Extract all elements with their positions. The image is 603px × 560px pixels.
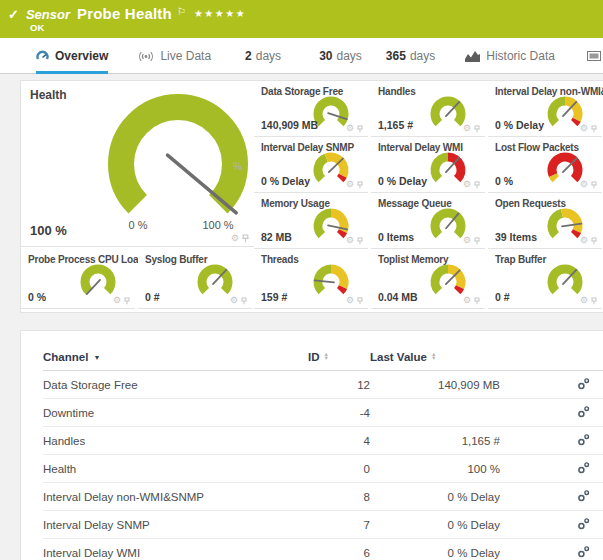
- gear-icon[interactable]: ⚙: [346, 236, 354, 245]
- column-header-last-value[interactable]: Last Value▲▼: [370, 345, 500, 371]
- gear-icon[interactable]: ⚙: [463, 180, 471, 189]
- gauge-value: 39 Items: [495, 231, 537, 243]
- gauge-value: 0 %: [495, 175, 513, 187]
- pin-icon[interactable]: [474, 237, 480, 245]
- table-row-interval-delay-non-wmi-snmp: Interval Delay non-WMI&SNMP80 % Delay: [43, 483, 603, 511]
- tab-live-data[interactable]: Live Data: [138, 38, 211, 74]
- tab-overview[interactable]: Overview: [36, 38, 108, 74]
- gauge-panel-interval-delay-wmi: Interval Delay WMI0 % Delay⚙: [371, 137, 485, 193]
- gauge-value: 100 %: [30, 223, 67, 238]
- gear-icon[interactable]: ⚙: [580, 124, 588, 133]
- column-label: ID: [308, 351, 320, 363]
- gear-icon[interactable]: ⚙: [230, 296, 238, 305]
- wrench-icon[interactable]: [577, 517, 590, 532]
- channel-name-cell[interactable]: Data Storage Free: [43, 371, 308, 399]
- wrench-icon[interactable]: [577, 545, 590, 560]
- gear-icon[interactable]: ⚙: [580, 296, 588, 305]
- gear-icon[interactable]: ⚙: [346, 180, 354, 189]
- table-row-health: Health0100 %: [43, 455, 603, 483]
- gear-icon[interactable]: ⚙: [113, 296, 121, 305]
- gear-icon[interactable]: ⚙: [231, 234, 239, 243]
- gauge-panel-syslog-buffer: Syslog Buffer0 #⚙: [138, 249, 252, 309]
- gear-icon[interactable]: ⚙: [346, 124, 354, 133]
- pin-icon[interactable]: [242, 234, 249, 243]
- pin-icon[interactable]: [474, 125, 480, 133]
- status-badge: OK: [30, 22, 44, 33]
- health-gauge-chart: [78, 92, 278, 244]
- gauge-panel-toplist-memory: Toplist Memory0.04 MB⚙: [371, 249, 485, 309]
- panel-icon-group: ⚙: [346, 180, 363, 189]
- column-label: Last Value: [370, 351, 427, 363]
- gear-icon[interactable]: ⚙: [580, 180, 588, 189]
- column-header-actions: [500, 345, 603, 371]
- tab-historic-data[interactable]: Historic Data: [465, 38, 555, 74]
- gauge-panel-message-queue: Message Queue0 Items⚙: [371, 193, 485, 249]
- panel-icon-group: ⚙: [463, 296, 480, 305]
- pin-icon[interactable]: [357, 237, 363, 245]
- channel-name-cell[interactable]: Downtime: [43, 399, 308, 427]
- pin-icon[interactable]: [474, 297, 480, 305]
- channel-id-cell: 0: [308, 455, 370, 483]
- wrench-icon[interactable]: [577, 461, 590, 476]
- gauge-value: 0 #: [145, 291, 160, 303]
- channel-settings-cell: [500, 511, 603, 539]
- column-header-id[interactable]: ID▲▼: [308, 345, 370, 371]
- table-row-downtime: Downtime-4: [43, 399, 603, 427]
- gauge-value: 82 MB: [261, 231, 292, 243]
- pin-icon[interactable]: [124, 297, 130, 305]
- pin-icon[interactable]: [591, 237, 597, 245]
- channel-name-cell[interactable]: Interval Delay non-WMI&SNMP: [43, 483, 308, 511]
- channel-name-cell[interactable]: Health: [43, 455, 308, 483]
- channel-name-cell[interactable]: Interval Delay SNMP: [43, 511, 308, 539]
- channel-last-value-cell: 140,909 MB: [370, 371, 500, 399]
- tab-30-days[interactable]: 30days: [319, 38, 362, 74]
- channel-last-value-cell: [370, 399, 500, 427]
- channel-id-cell: 7: [308, 511, 370, 539]
- panel-icon-group: ⚙: [346, 296, 363, 305]
- pin-icon[interactable]: [474, 181, 480, 189]
- priority-stars[interactable]: ★★★★★: [194, 8, 246, 19]
- gear-icon[interactable]: ⚙: [463, 296, 471, 305]
- pin-icon[interactable]: [357, 181, 363, 189]
- wrench-icon[interactable]: [577, 405, 590, 420]
- pin-icon[interactable]: [591, 181, 597, 189]
- gauge-panel-probe-process-cpu-load: Probe Process CPU Load0 %⚙: [21, 249, 135, 309]
- tab-log[interactable]: Log: [587, 38, 603, 74]
- gauge-panel-health: Health 0 % 100 % % 100 % ⚙: [21, 81, 254, 247]
- column-header-channel[interactable]: Channel▼: [43, 345, 308, 371]
- panel-icon-group: ⚙: [463, 124, 480, 133]
- gear-icon[interactable]: ⚙: [463, 236, 471, 245]
- gauge-value: 1,165 #: [378, 119, 413, 131]
- tab-365-days[interactable]: 365days: [386, 38, 435, 74]
- pin-icon[interactable]: [357, 297, 363, 305]
- panel-icon-group: ⚙: [113, 296, 130, 305]
- pin-icon[interactable]: [241, 297, 247, 305]
- channel-settings-cell: [500, 483, 603, 511]
- gear-icon[interactable]: ⚙: [580, 236, 588, 245]
- channel-settings-cell: [500, 371, 603, 399]
- gauge-panel-open-requests: Open Requests39 Items⚙: [488, 193, 602, 249]
- tab-2-days[interactable]: 2days: [245, 38, 281, 74]
- gauge-scale-max: 100 %: [202, 219, 233, 231]
- pin-icon[interactable]: [591, 297, 597, 305]
- gauge-panel-trap-buffer: Trap Buffer0 #⚙: [488, 249, 602, 309]
- tab-bar: OverviewLive Data2days30days365daysHisto…: [0, 38, 603, 74]
- channel-name-cell[interactable]: Interval Delay WMI: [43, 539, 308, 560]
- gear-icon[interactable]: ⚙: [346, 296, 354, 305]
- wrench-icon[interactable]: [577, 377, 590, 392]
- wrench-icon[interactable]: [577, 433, 590, 448]
- flag-icon[interactable]: ⚐: [177, 6, 186, 17]
- pin-icon[interactable]: [591, 125, 597, 133]
- channel-name-cell[interactable]: Handles: [43, 427, 308, 455]
- chart-icon: [465, 51, 480, 62]
- channel-table-card: Channel▼ID▲▼Last Value▲▼ Data Storage Fr…: [20, 330, 603, 560]
- gauge-panel-data-storage-free: Data Storage Free140,909 MB⚙: [254, 81, 368, 137]
- wrench-icon[interactable]: [577, 489, 590, 504]
- gauge-value: 0 % Delay: [495, 119, 544, 131]
- panel-icon-group: ⚙: [230, 296, 247, 305]
- table-row-interval-delay-wmi: Interval Delay WMI60 % Delay: [43, 539, 603, 560]
- channel-settings-cell: [500, 427, 603, 455]
- gear-icon[interactable]: ⚙: [463, 124, 471, 133]
- pin-icon[interactable]: [357, 125, 363, 133]
- gauge-icon: [36, 50, 49, 63]
